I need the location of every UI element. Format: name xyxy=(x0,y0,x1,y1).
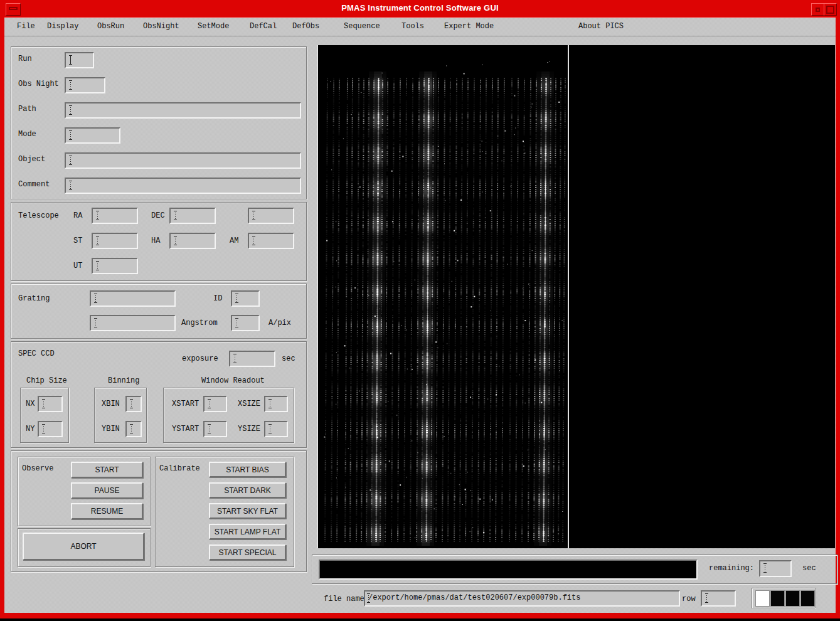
text-cursor xyxy=(68,181,73,190)
menu-item-obsnight[interactable]: ObsNight xyxy=(141,18,182,36)
exposure-sec-label: sec xyxy=(282,354,295,363)
menu-item-defcal[interactable]: DefCal xyxy=(247,18,279,36)
st-field[interactable] xyxy=(92,233,138,249)
ra-field[interactable] xyxy=(92,208,138,224)
spec-ccd-title: SPEC CCD xyxy=(18,349,55,358)
ha-label: HA xyxy=(151,236,160,245)
spec-ccd-panel: SPEC CCD exposure sec Chip Size NX NY Bi… xyxy=(11,341,307,448)
text-cursor xyxy=(129,399,134,408)
ybin-field[interactable] xyxy=(125,421,142,437)
remaining-field[interactable] xyxy=(759,560,792,577)
xstart-field[interactable] xyxy=(203,396,227,412)
text-cursor xyxy=(129,424,134,433)
file-name-field[interactable]: /export/home/pmas/dat/test020607/exp0007… xyxy=(364,590,680,607)
ut-field[interactable] xyxy=(92,258,138,274)
text-cursor xyxy=(173,211,178,220)
mode-field[interactable] xyxy=(65,127,120,144)
ystart-field[interactable] xyxy=(203,421,227,437)
grating-central-field[interactable] xyxy=(90,315,176,331)
path-label: Path xyxy=(18,105,36,114)
xbin-field[interactable] xyxy=(125,396,142,412)
start-button[interactable]: START xyxy=(71,462,143,478)
grating-dispersion-field[interactable] xyxy=(231,315,260,331)
text-cursor xyxy=(763,563,767,573)
text-cursor xyxy=(68,130,73,140)
nx-label: NX xyxy=(26,400,35,408)
colormap-swatch-black-3[interactable] xyxy=(800,590,815,607)
start-dark-button[interactable]: START DARK xyxy=(209,482,286,498)
dec-label: DEC xyxy=(151,211,165,220)
angstrom-label: Angstrom xyxy=(181,319,218,327)
text-cursor xyxy=(41,424,46,433)
text-cursor xyxy=(173,236,178,245)
telescope-extra-field[interactable] xyxy=(248,208,294,224)
menu-item-sequence[interactable]: Sequence xyxy=(341,18,383,36)
menu-item-file[interactable]: File xyxy=(14,18,38,36)
menu-item-setmode[interactable]: SetMode xyxy=(195,18,231,36)
run-field[interactable] xyxy=(65,52,94,68)
ybin-label: YBIN xyxy=(102,425,120,433)
nx-field[interactable] xyxy=(38,396,63,412)
start-bias-button[interactable]: START BIAS xyxy=(209,462,286,477)
text-cursor xyxy=(207,424,211,433)
maximize-button[interactable] xyxy=(824,3,837,16)
obs-night-label: Obs Night xyxy=(18,80,59,88)
xstart-label: XSTART xyxy=(172,400,199,408)
grating-name-field[interactable] xyxy=(90,290,176,307)
menu-item-expert-mode[interactable]: Expert Mode xyxy=(442,18,496,36)
text-cursor xyxy=(93,318,98,327)
actions-panel: Observe START PAUSE RESUME ABORT Calibra… xyxy=(11,450,307,572)
grating-id-field[interactable] xyxy=(231,290,260,307)
ysize-field[interactable] xyxy=(264,421,288,437)
menu-item-about-pics[interactable]: About PICS xyxy=(576,18,626,36)
st-label: ST xyxy=(73,236,82,245)
start-lamp-flat-button[interactable]: START LAMP FLAT xyxy=(209,524,286,539)
dec-field[interactable] xyxy=(169,208,216,224)
window-readout-title: Window Readout xyxy=(201,376,265,385)
text-cursor xyxy=(252,211,256,220)
title-bar[interactable]: PMAS Instrument Control Software GUI xyxy=(0,0,840,18)
info-panel: Run Obs Night Path Mode Object Comment xyxy=(11,46,307,199)
remaining-label: remaining: xyxy=(709,564,754,573)
menu-item-obsrun[interactable]: ObsRun xyxy=(95,18,127,36)
file-name-value: /export/home/pmas/dat/test020607/exp0007… xyxy=(368,593,580,602)
maximize-icon xyxy=(826,6,834,14)
comment-field[interactable] xyxy=(65,178,301,194)
text-cursor xyxy=(68,55,73,65)
text-cursor xyxy=(41,399,46,408)
path-field[interactable] xyxy=(65,102,301,119)
minimize-button[interactable] xyxy=(811,3,824,16)
pause-button[interactable]: PAUSE xyxy=(71,482,143,499)
text-cursor xyxy=(68,80,73,90)
am-label: AM xyxy=(230,236,238,245)
xsize-label: XSIZE xyxy=(238,400,260,408)
colormap-swatch-black-2[interactable] xyxy=(785,590,800,607)
mode-label: Mode xyxy=(18,130,36,139)
row-field[interactable] xyxy=(701,590,736,607)
menu-item-defobs[interactable]: DefObs xyxy=(290,18,322,36)
object-field[interactable] xyxy=(65,152,301,169)
menu-bar: File Display ObsRun ObsNight SetMode Def… xyxy=(4,18,836,36)
obs-night-field[interactable] xyxy=(65,77,105,93)
xsize-field[interactable] xyxy=(264,396,288,412)
calibrate-title: Calibrate xyxy=(159,464,200,473)
colormap-swatch-white[interactable] xyxy=(755,590,770,607)
resume-button[interactable]: RESUME xyxy=(71,503,143,519)
ut-label: UT xyxy=(73,262,82,270)
exposure-field[interactable] xyxy=(229,351,275,367)
ha-field[interactable] xyxy=(169,233,216,249)
ra-label: RA xyxy=(73,211,82,220)
chip-size-box: NX NY xyxy=(20,388,69,443)
menu-item-tools[interactable]: Tools xyxy=(399,18,427,36)
menu-item-display[interactable]: Display xyxy=(45,18,81,36)
text-cursor xyxy=(68,105,73,115)
start-special-button[interactable]: START SPECIAL xyxy=(209,544,286,560)
ny-field[interactable] xyxy=(38,421,63,437)
am-field[interactable] xyxy=(248,233,294,249)
calibrate-box: Calibrate START BIAS START DARK START SK… xyxy=(155,457,294,567)
abort-button[interactable]: ABORT xyxy=(23,533,144,560)
ny-label: NY xyxy=(26,425,35,433)
app-window: PMAS Instrument Control Software GUI Fil… xyxy=(0,0,840,618)
colormap-swatch-black-1[interactable] xyxy=(770,590,785,607)
start-sky-flat-button[interactable]: START SKY FLAT xyxy=(209,503,286,519)
